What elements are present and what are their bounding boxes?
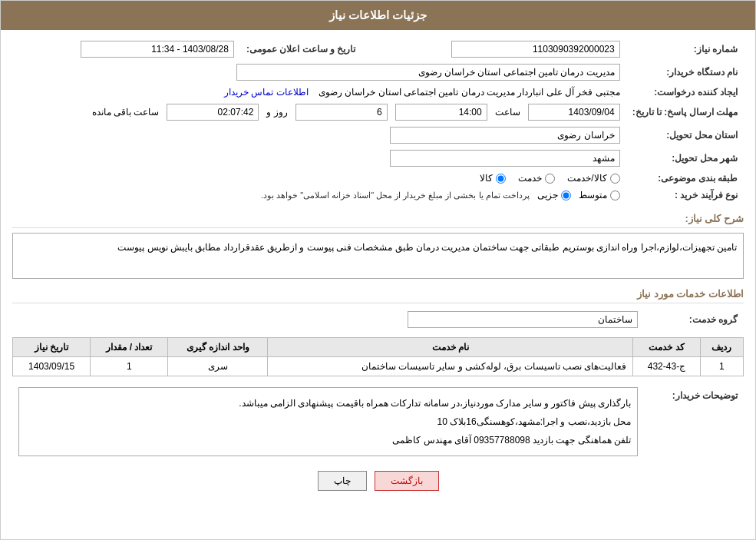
service-group-label: گروه خدمت: [644,308,744,331]
col-date: تاریخ نیاز [13,338,91,357]
buyer-name-label: نام دستگاه خریدار: [626,61,744,84]
need-number-label: شماره نیاز: [626,38,744,61]
category-label: طبقه بندی موضوعی: [626,170,744,187]
services-table: ردیف کد خدمت نام خدمت واحد اندازه گیری ت… [12,337,744,376]
service-info-section: اطلاعات خدمات مورد نیاز [12,288,744,303]
buyer-notes-label: توضیحات خریدار: [644,384,744,459]
need-number-input: 1103090392000023 [451,41,620,58]
delivery-province-value: خراسان رضوی [12,124,626,147]
print-button[interactable]: چاپ [318,471,367,491]
service-group-input: ساختمان [408,311,638,328]
service-info-label: اطلاعات خدمات مورد نیاز [637,288,744,300]
radio-goods: کالا [480,173,506,184]
announce-date-input: 1403/08/28 - 11:34 [81,41,234,58]
radio-service-label: خدمت [518,173,542,184]
radio-service: خدمت [518,173,555,184]
radio-goods-input[interactable] [496,174,506,184]
col-quantity: تعداد / مقدار [91,338,168,357]
cell-unit: سری [168,357,268,376]
radio-partial-input[interactable] [561,190,571,200]
reply-deadline-value: 1403/09/04 ساعت 14:00 6 روز و 02:07:42 س… [12,101,626,124]
need-number-value: 1103090392000023 [377,38,626,61]
delivery-city-value: مشهد [12,147,626,170]
delivery-province-input: خراسان رضوی [390,127,620,144]
buyer-notes-box: بارگذاری پیش فاکتور و سایر مدارک موردنیا… [18,387,638,456]
general-desc-box: تامین تجهیزات،لوازم،اجرا وراه اندازی بوس… [12,233,744,279]
buyer-name-input: مدیریت درمان تامین اجتماعی استان خراسان … [236,64,620,81]
buyer-notes-table: توضیحات خریدار: بارگذاری پیش فاکتور و سا… [12,384,744,459]
col-code: کد خدمت [633,338,700,357]
cell-date: 1403/09/15 [13,357,91,376]
buyer-name-value: مدیریت درمان تامین اجتماعی استان خراسان … [12,61,626,84]
cell-code: ج-43-432 [633,357,700,376]
action-buttons: بازگشت چاپ [12,471,744,491]
category-value: کالا/خدمت خدمت کالا [12,170,626,187]
header-info-table: شماره نیاز: 1103090392000023 تاریخ و ساع… [12,38,744,204]
announce-date-label: تاریخ و ساعت اعلان عمومی: [240,38,361,61]
radio-goods-service-input[interactable] [610,174,620,184]
purchase-type-label: نوع فرآیند خرید : [626,187,744,204]
page-header: جزئیات اطلاعات نیاز [1,1,755,30]
reply-date-input: 1403/09/04 [528,104,620,121]
general-desc-label: شرح کلی نیاز: [685,213,744,224]
main-content: شماره نیاز: 1103090392000023 تاریخ و ساع… [1,30,755,506]
radio-goods-label: کالا [480,173,493,184]
radio-medium: متوسط [579,190,620,200]
cell-name: فعالیت‌های نصب تاسیسات برق، لوله‌کشی و س… [268,357,633,376]
cell-quantity: 1 [91,357,168,376]
radio-medium-input[interactable] [610,190,620,200]
contact-link[interactable]: اطلاعات تماس خریدار [224,87,309,98]
reply-time-input: 14:00 [395,104,487,121]
radio-goods-service-label: کالا/خدمت [567,173,606,184]
col-unit: واحد اندازه گیری [168,338,268,357]
service-group-value: ساختمان [12,308,644,331]
reply-remaining-input: 02:07:42 [167,104,259,121]
delivery-province-label: استان محل تحویل: [626,124,744,147]
radio-medium-label: متوسط [579,190,607,200]
general-desc-section: شرح کلی نیاز: [12,213,744,228]
buyer-notes-value: بارگذاری پیش فاکتور و سایر مدارک موردنیا… [12,384,644,459]
days-label: روز و [266,107,287,118]
col-row: ردیف [700,338,743,357]
hours-label: ساعت باقی مانده [92,107,160,118]
time-label: ساعت [495,107,520,118]
reply-deadline-label: مهلت ارسال پاسخ: تا تاریخ: [626,101,744,124]
radio-partial: جزیی [537,190,571,200]
radio-goods-service: کالا/خدمت [567,173,619,184]
service-group-table: گروه خدمت: ساختمان [12,308,744,331]
page-title: جزئیات اطلاعات نیاز [329,8,427,22]
col-name: نام خدمت [268,338,633,357]
delivery-city-input: مشهد [390,150,620,167]
purchase-type-value: متوسط جزیی پرداخت تمام یا بخشی از مبلغ خ… [12,187,626,204]
cell-row: 1 [700,357,743,376]
reply-days-input: 6 [295,104,388,121]
table-row: 1 ج-43-432 فعالیت‌های نصب تاسیسات برق، ل… [13,357,744,376]
page-container: جزئیات اطلاعات نیاز شماره نیاز: 11030903… [0,0,756,540]
general-desc-text: تامین تجهیزات،لوازم،اجرا وراه اندازی بوس… [117,242,737,253]
radio-service-input[interactable] [545,174,555,184]
announce-date-value: 1403/08/28 - 11:34 [12,38,240,61]
delivery-city-label: شهر محل تحویل: [626,147,744,170]
radio-partial-label: جزیی [537,190,558,200]
purchase-note: پرداخت تمام یا بخشی از مبلغ خریدار از مح… [261,190,530,200]
creator-value: مجتبی فخر آل علی انباردار مدیریت درمان ت… [12,84,626,101]
back-button[interactable]: بازگشت [375,471,439,491]
creator-label: ایجاد کننده درخواست: [626,84,744,101]
creator-text: مجتبی فخر آل علی انباردار مدیریت درمان ت… [319,87,620,98]
